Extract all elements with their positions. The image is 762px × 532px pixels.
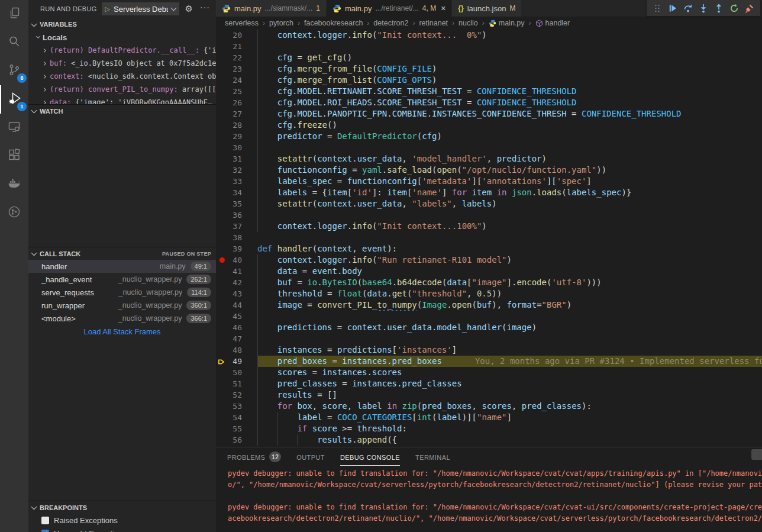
editor-gutter[interactable]: 44 [216,299,257,311]
call-stack-frame[interactable]: run_wrapper_nuclio_wrapper.py360:1 [28,299,216,312]
code-line-content[interactable]: image = convert_PIL_to_numpy(Image.open(… [257,299,762,311]
breadcrumb-item-handler[interactable]: handler [535,19,570,27]
panel-tab-terminal[interactable]: TERMINAL [415,447,450,466]
code-line-content[interactable] [257,333,762,344]
editor-gutter[interactable]: 23 [216,63,257,75]
variable-row[interactable]: context:<nuclio_sdk.context.Context obje… [28,70,216,83]
code-line-44[interactable]: 44 image = convert_PIL_to_numpy(Image.op… [216,299,762,311]
activity-bar-item-explorer[interactable] [0,0,28,28]
editor-gutter[interactable]: 35 [216,198,257,209]
watch-section-header[interactable]: WATCH [28,104,216,117]
code-line-35[interactable]: 35 setattr(context.user_data, "labels", … [216,198,762,209]
editor-gutter[interactable]: 22 [216,52,257,63]
start-debug-icon[interactable]: ▷ [105,5,110,13]
step-over-icon[interactable] [681,1,695,15]
step-into-icon[interactable] [696,1,711,15]
breadcrumb-item-retinanet[interactable]: retinanet [419,19,448,27]
call-stack-frame[interactable]: serve_requests_nuclio_wrapper.py114:1 [28,286,216,299]
editor-gutter[interactable]: 41 [216,266,257,277]
editor-gutter[interactable]: 56 [216,434,257,446]
panel-tab-debug-console[interactable]: DEBUG CONSOLE [340,447,400,466]
code-line-43[interactable]: 43 threshold = float(data.get("threshold… [216,288,762,299]
continue-icon[interactable] [666,1,680,15]
editor-gutter[interactable]: 31 [216,153,257,165]
breadcrumb-item-nuclio[interactable]: nuclio [459,19,478,27]
code-line-40[interactable]: 40 context.logger.info("Run retinanet-R1… [216,254,762,266]
editor-gutter[interactable]: 37 [216,221,257,232]
breakpoint-icon[interactable] [219,257,225,263]
editor-gutter[interactable]: 50 [216,367,257,378]
code-line-content[interactable]: cfg.merge_from_list(CONFIG_OPTS) [257,75,762,86]
editor-gutter[interactable]: 53 [216,401,257,412]
code-line-content[interactable]: label = COCO_CATEGORIES[int(label)]["nam… [257,412,762,423]
code-line-56[interactable]: 56 results.append({ [216,434,762,446]
gear-icon[interactable]: ⚙ [184,4,194,14]
activity-bar-item-remote-explorer[interactable] [0,114,28,142]
more-actions-icon[interactable]: ··· [199,2,212,15]
load-all-stack-frames-link[interactable]: Load All Stack Frames [28,325,216,338]
restart-icon[interactable] [727,1,741,15]
step-out-icon[interactable] [712,1,726,15]
code-line-51[interactable]: 51 pred_classes = instances.pred_classes [216,378,762,389]
code-line-content[interactable]: setattr(context.user_data, 'model_handle… [257,153,762,165]
editor-gutter[interactable]: 32 [216,165,257,176]
code-line-24[interactable]: 24 cfg.merge_from_list(CONFIG_OPTS) [216,75,762,86]
code-editor[interactable]: 20 context.logger.info("Init context... … [216,30,762,447]
code-line-content[interactable]: if score >= threshold: [257,423,762,434]
breadcrumb-item-serverless[interactable]: serverless [225,19,259,27]
breakpoint-row[interactable]: Raised Exceptions [28,514,216,527]
code-line-20[interactable]: 20 context.logger.info("Init context... … [216,30,762,41]
code-line-content[interactable]: predictions = context.user_data.model_ha… [257,322,762,333]
activity-bar-item-source-control[interactable]: 8 [0,57,28,85]
editor-gutter[interactable]: 33 [216,176,257,187]
activity-bar-item-run-and-debug[interactable]: 1 [0,85,28,114]
code-line-content[interactable]: predictor = DefaultPredictor(cfg) [257,131,762,142]
disconnect-icon[interactable] [742,1,757,15]
code-line-content[interactable]: cfg.merge_from_file(CONFIG_FILE) [257,63,762,75]
code-line-content[interactable]: results.append({ [257,434,762,446]
code-line-27[interactable]: 27 cfg.MODEL.PANOPTIC_FPN.COMBINE.INSTAN… [216,108,762,120]
code-line-25[interactable]: 25 cfg.MODEL.RETINANET.SCORE_THRESH_TEST… [216,86,762,97]
editor-gutter[interactable]: 24 [216,75,257,86]
code-line-50[interactable]: 50 scores = instances.scores [216,367,762,378]
code-line-content[interactable]: instances = predictions['instances'] [257,344,762,356]
panel-tab-output[interactable]: OUTPUT [296,447,325,466]
editor-gutter[interactable]: 49 [216,356,257,367]
code-line-45[interactable]: 45 [216,311,762,322]
code-line-content[interactable]: data = event.body [257,266,762,277]
editor-gutter[interactable]: 47 [216,333,257,344]
code-line-21[interactable]: 21 [216,41,762,52]
code-line-content[interactable]: for box, score, label in zip(pred_boxes,… [257,401,762,412]
variable-row[interactable]: (return) convert_PIL_to_numpy:array([[[ … [28,83,216,96]
editor-gutter[interactable]: 42 [216,277,257,288]
code-line-47[interactable]: 47 [216,333,762,344]
editor-gutter[interactable]: 54 [216,412,257,423]
code-line-content[interactable]: cfg.MODEL.ROI_HEADS.SCORE_THRESH_TEST = … [257,97,762,108]
code-line-content[interactable]: labels_spec = functionconfig['metadata']… [257,176,762,187]
breadcrumb-item-facebookresearch[interactable]: facebookresearch [304,19,363,27]
code-line-content[interactable]: functionconfig = yaml.safe_load(open("/o… [257,165,762,176]
activity-bar-item-search[interactable] [0,28,28,57]
launch-config-dropdown[interactable]: ▷ Serverless Debu [102,2,179,15]
code-line-28[interactable]: 28 cfg.freeze() [216,120,762,131]
code-line-37[interactable]: 37 context.logger.info("Init context...1… [216,221,762,232]
code-line-content[interactable]: context.logger.info("Run retinanet-R101 … [257,254,762,266]
editor-gutter[interactable]: 27 [216,108,257,120]
code-line-26[interactable]: 26 cfg.MODEL.ROI_HEADS.SCORE_THRESH_TEST… [216,97,762,108]
code-line-content[interactable]: context.logger.info("Init context...100%… [257,221,762,232]
code-line-46[interactable]: 46 predictions = context.user_data.model… [216,322,762,333]
code-line-38[interactable]: 38 [216,232,762,243]
editor-gutter[interactable]: 26 [216,97,257,108]
code-line-42[interactable]: 42 buf = io.BytesIO(base64.b64decode(dat… [216,277,762,288]
editor-gutter[interactable]: 28 [216,120,257,131]
activity-bar-item-docker[interactable] [0,170,28,199]
code-line-content[interactable]: pred_boxes = instances.pred_boxesYou, 2 … [257,356,762,367]
variables-scope-locals[interactable]: Locals [28,31,216,44]
breadcrumb-item-detectron2[interactable]: detectron2 [373,19,408,27]
code-line-48[interactable]: 48 instances = predictions['instances'] [216,344,762,356]
code-line-49[interactable]: 49 pred_boxes = instances.pred_boxesYou,… [216,356,762,367]
code-line-22[interactable]: 22 cfg = get_cfg() [216,52,762,63]
editor-gutter[interactable]: 34 [216,187,257,198]
code-line-31[interactable]: 31 setattr(context.user_data, 'model_han… [216,153,762,165]
variable-row[interactable]: data:{'image': 'iVBORw0KGgoAAAANSUhE… [28,96,216,104]
